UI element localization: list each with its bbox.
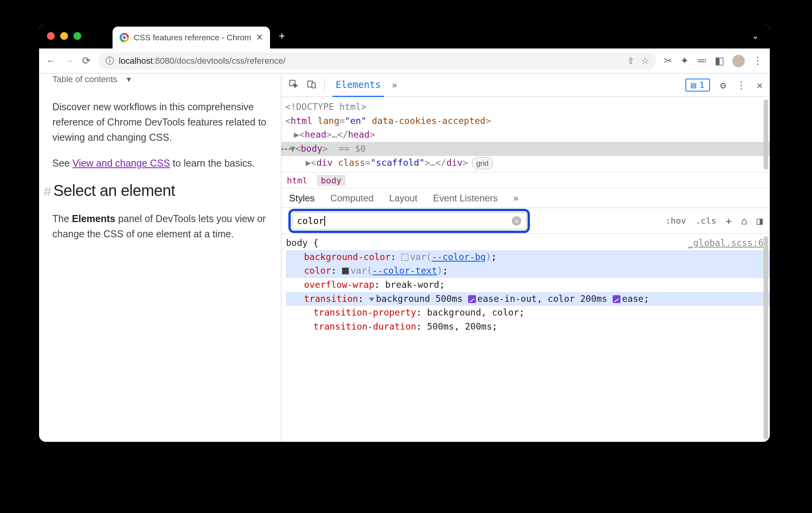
menu-button[interactable]: ⋮ — [753, 55, 763, 67]
crumb-body[interactable]: body — [317, 175, 345, 186]
dom-scrollbar[interactable] — [764, 99, 768, 170]
kebab-icon[interactable]: ⋮ — [736, 79, 746, 91]
intro-paragraph: Discover new workflows in this comprehen… — [52, 99, 270, 145]
decl-color[interactable]: color: var(--color-text); — [286, 264, 770, 278]
svg-rect-2 — [312, 83, 315, 88]
select-element-heading: #Select an element — [52, 182, 270, 199]
scissors-icon[interactable]: ✂ — [664, 55, 672, 67]
chevron-down-icon: ▾ — [127, 74, 131, 84]
inspect-icon[interactable] — [288, 79, 299, 91]
extensions-icon[interactable]: ✦ — [680, 55, 689, 67]
new-tab-button[interactable]: + — [279, 30, 285, 42]
zoom-window-button[interactable] — [73, 32, 81, 40]
more-subtabs-button[interactable]: » — [513, 193, 519, 204]
styles-tab[interactable]: Styles — [289, 193, 315, 204]
styles-pane[interactable]: body { _global.scss:6 background-color: … — [281, 234, 770, 442]
styles-filter-input[interactable]: color ✕ — [292, 212, 526, 230]
computed-tab[interactable]: Computed — [330, 193, 374, 204]
styles-scrollbar[interactable] — [764, 236, 768, 439]
minimize-window-button[interactable] — [60, 32, 68, 40]
site-info-icon[interactable]: ⓘ — [106, 55, 114, 67]
url-host: localhost — [119, 56, 153, 66]
rendered-page: Table of contents ▾ Discover new workflo… — [39, 74, 281, 442]
traffic-lights — [47, 32, 81, 40]
tab-title: CSS features reference - Chrom — [134, 33, 251, 42]
filter-highlight: color ✕ — [288, 209, 530, 233]
bookmark-icon[interactable]: ☆ — [641, 56, 649, 66]
elements-paragraph: The Elements panel of DevTools lets you … — [52, 211, 270, 242]
reload-button[interactable]: ⟳ — [82, 55, 91, 67]
hov-toggle[interactable]: :hov — [665, 216, 686, 226]
tab-close-icon[interactable]: ✕ — [256, 32, 263, 43]
address-bar[interactable]: ⓘ localhost:8080/docs/devtools/css/refer… — [98, 52, 656, 70]
reading-list-icon[interactable]: ≕ — [697, 55, 707, 67]
toolbar: ← → ⟳ ⓘ localhost:8080/docs/devtools/css… — [39, 48, 770, 74]
styles-subtabs: Styles Computed Layout Event Listeners » — [281, 188, 770, 208]
dom-body-selected[interactable]: •••▼<body> == $0 — [281, 142, 770, 156]
issues-count: 1 — [699, 80, 704, 90]
elements-tab[interactable]: Elements — [333, 79, 384, 97]
dom-ellipsis-icon: ••• — [281, 144, 291, 155]
url-port: :8080 — [153, 56, 174, 66]
rule-source-link[interactable]: _global.scss:6 — [688, 236, 764, 250]
share-icon[interactable]: ⇧ — [627, 56, 634, 66]
side-panel-icon[interactable]: ◧ — [715, 55, 724, 67]
decl-background-color[interactable]: background-color: var(--color-bg); — [286, 250, 770, 264]
computed-toggle-icon[interactable]: ◨ — [757, 215, 763, 227]
tab-strip: CSS features reference - Chrom ✕ + ⌄ — [39, 23, 770, 48]
anchor-hash-icon[interactable]: # — [44, 184, 51, 199]
clear-filter-icon[interactable]: ✕ — [512, 216, 521, 226]
decl-transition-duration[interactable]: transition-duration: 500ms, 200ms; — [286, 320, 770, 334]
favicon-chrome-icon — [120, 33, 129, 42]
grid-badge[interactable]: grid — [472, 157, 493, 169]
toc-label: Table of contents — [52, 74, 117, 84]
profile-avatar[interactable] — [732, 55, 745, 67]
new-rule-icon[interactable]: + — [726, 215, 732, 227]
crumb-html[interactable]: html — [287, 176, 308, 185]
decl-overflow-wrap[interactable]: overflow-wrap: break-word; — [286, 278, 770, 292]
device-toggle-icon[interactable] — [306, 79, 317, 91]
url-path: /docs/devtools/css/reference/ — [174, 56, 286, 66]
browser-window: CSS features reference - Chrom ✕ + ⌄ ← →… — [39, 23, 770, 442]
settings-icon[interactable]: ⚙ — [720, 79, 726, 91]
dom-tree[interactable]: <!DOCTYPE html> <html lang="en" data-coo… — [281, 97, 770, 172]
paint-icon[interactable]: ⌂ — [741, 215, 748, 227]
toc-toggle[interactable]: Table of contents ▾ — [52, 74, 270, 84]
styles-filter-bar: color ✕ :hov .cls + ⌂ ◨ — [281, 208, 770, 234]
view-change-css-link[interactable]: View and change CSS — [72, 158, 170, 169]
easing-curve-icon — [613, 295, 621, 303]
close-devtools-icon[interactable]: ✕ — [757, 79, 763, 91]
dom-head[interactable]: ▶<head>…</head> — [285, 128, 766, 142]
devtools-panel: Elements » ▤ 1 ⚙ ⋮ ✕ <!DOCTYPE html> <ht… — [281, 74, 770, 442]
browser-tab[interactable]: CSS features reference - Chrom ✕ — [113, 27, 270, 48]
see-paragraph: See View and change CSS to learn the bas… — [52, 156, 270, 171]
event-listeners-tab[interactable]: Event Listeners — [433, 193, 497, 204]
decl-transition[interactable]: transition: background 500ms ease-in-out… — [286, 292, 770, 306]
back-button[interactable]: ← — [46, 55, 56, 67]
dom-doctype: <!DOCTYPE html> — [285, 100, 766, 114]
dom-div[interactable]: ▶<div class="scaffold">…</div>grid — [285, 156, 766, 170]
more-tabs-button[interactable]: » — [392, 80, 397, 91]
close-window-button[interactable] — [47, 32, 55, 40]
filter-value: color — [297, 216, 324, 226]
tabs-menu-button[interactable]: ⌄ — [752, 31, 759, 41]
chat-icon: ▤ — [691, 80, 696, 90]
dom-breadcrumb: html body — [281, 172, 770, 188]
devtools-toolbar: Elements » ▤ 1 ⚙ ⋮ ✕ — [281, 74, 770, 97]
layout-tab[interactable]: Layout — [389, 193, 417, 204]
easing-curve-icon — [468, 295, 476, 303]
decl-transition-property[interactable]: transition-property: background, color; — [286, 306, 770, 320]
content-split: Table of contents ▾ Discover new workflo… — [39, 74, 770, 442]
issues-button[interactable]: ▤ 1 — [685, 79, 710, 91]
expand-shorthand-icon — [369, 298, 374, 301]
rule-selector[interactable]: body { — [286, 236, 318, 250]
forward-button[interactable]: → — [64, 55, 74, 67]
cls-toggle[interactable]: .cls — [696, 216, 716, 226]
dom-html[interactable]: <html lang="en" data-cookies-accepted> — [285, 114, 766, 128]
